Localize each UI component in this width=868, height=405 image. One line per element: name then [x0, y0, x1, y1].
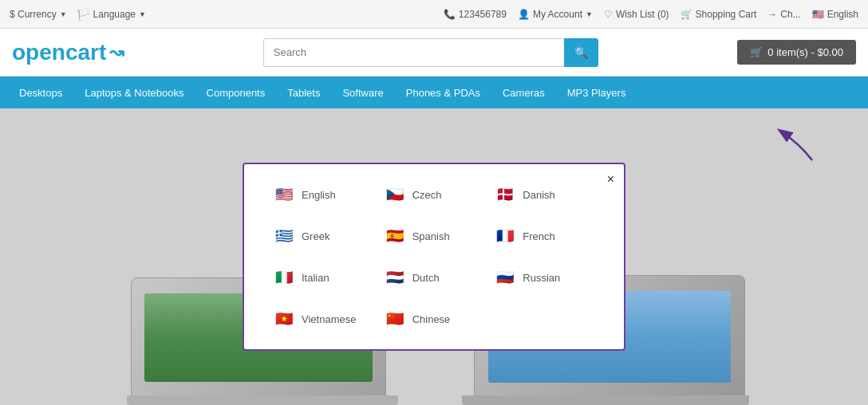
lang-grid-filler	[489, 305, 600, 333]
flag-icon: 🏳️	[77, 8, 90, 21]
annotation-arrow-icon	[756, 124, 820, 164]
header: opencart ↝ 🔍 🛒 0 item(s) - $0.00	[0, 29, 868, 77]
lang-name-english: English	[302, 189, 336, 201]
flag-danish: 🇩🇰	[494, 183, 516, 206]
checkout-label: Ch...	[780, 9, 800, 20]
logo-text: opencart	[12, 40, 106, 65]
arrow-annotation	[756, 124, 820, 167]
nav-cameras[interactable]: Cameras	[491, 77, 556, 108]
nav-tablets[interactable]: Tablets	[276, 77, 331, 108]
lang-name-spanish: Spanish	[412, 230, 450, 242]
lang-option-vietnamese[interactable]: 🇻🇳 Vietnamese	[268, 305, 379, 333]
top-bar-left: $ Currency ▼ 🏳️ Language ▼	[10, 8, 146, 21]
shopping-cart-label: Shopping Cart	[696, 9, 757, 20]
cart-button[interactable]: 🛒 0 item(s) - $0.00	[737, 40, 856, 65]
lang-name-czech: Czech	[412, 189, 442, 201]
flag-chinese: 🇨🇳	[384, 308, 406, 330]
lang-name-greek: Greek	[302, 230, 329, 242]
search-input[interactable]	[263, 38, 564, 67]
top-bar: $ Currency ▼ 🏳️ Language ▼ 📞 123456789 👤…	[0, 0, 868, 29]
wish-list-label: Wish List (0)	[616, 9, 669, 20]
lang-option-english[interactable]: 🇺🇸 English	[268, 180, 379, 209]
logo[interactable]: opencart ↝	[12, 40, 124, 65]
language-grid: 🇺🇸 English 🇨🇿 Czech 🇩🇰 Danish 🇬🇷 Greek	[268, 180, 600, 333]
current-language-label: English	[827, 9, 858, 20]
flag-greek: 🇬🇷	[273, 225, 295, 247]
flag-italian: 🇮🇹	[273, 266, 295, 289]
hero-section: × 🇺🇸 English 🇨🇿 Czech 🇩🇰 Danish 🇬🇷	[0, 108, 868, 405]
language-dropdown[interactable]: 🏳️ Language ▼	[77, 8, 146, 21]
my-account-dropdown[interactable]: 👤 My Account ▼	[518, 9, 593, 20]
modal-close-button[interactable]: ×	[607, 172, 614, 187]
phone-item: 📞 123456789	[444, 9, 507, 20]
phone-number: 123456789	[459, 9, 507, 20]
shopping-cart-item[interactable]: 🛒 Shopping Cart	[681, 9, 757, 20]
lang-option-chinese[interactable]: 🇨🇳 Chinese	[379, 305, 490, 333]
currency-label: $ Currency	[10, 9, 57, 20]
current-language-item: 🇺🇸 English	[812, 9, 858, 20]
nav-software[interactable]: Software	[331, 77, 394, 108]
currency-dropdown[interactable]: $ Currency ▼	[10, 9, 67, 20]
flag-vietnamese: 🇻🇳	[273, 308, 295, 330]
my-account-label: My Account	[533, 9, 582, 20]
language-modal: × 🇺🇸 English 🇨🇿 Czech 🇩🇰 Danish 🇬🇷	[243, 163, 625, 351]
account-icon: 👤	[518, 9, 530, 20]
language-modal-overlay: × 🇺🇸 English 🇨🇿 Czech 🇩🇰 Danish 🇬🇷	[0, 108, 868, 405]
heart-icon: ♡	[604, 9, 613, 20]
flag-spanish: 🇪🇸	[384, 225, 406, 247]
checkout-icon: →	[767, 9, 777, 20]
lang-name-vietnamese: Vietnamese	[302, 313, 356, 325]
nav-mp3[interactable]: MP3 Players	[556, 77, 637, 108]
flag-czech: 🇨🇿	[384, 183, 406, 206]
cart-icon: 🛒	[750, 46, 763, 58]
lang-option-french[interactable]: 🇫🇷 French	[489, 222, 600, 250]
lang-name-italian: Italian	[302, 272, 329, 284]
lang-option-spanish[interactable]: 🇪🇸 Spanish	[379, 222, 490, 250]
nav-desktops[interactable]: Desktops	[8, 77, 73, 108]
cart-label: 0 item(s) - $0.00	[767, 46, 843, 58]
currency-arrow-icon: ▼	[60, 10, 67, 18]
nav-phones[interactable]: Phones & PDAs	[395, 77, 491, 108]
lang-name-french: French	[523, 230, 554, 242]
top-bar-right: 📞 123456789 👤 My Account ▼ ♡ Wish List (…	[444, 9, 858, 20]
checkout-item[interactable]: → Ch...	[767, 9, 800, 20]
lang-option-italian[interactable]: 🇮🇹 Italian	[268, 263, 379, 292]
phone-icon: 📞	[444, 9, 456, 20]
lang-option-danish[interactable]: 🇩🇰 Danish	[489, 180, 600, 209]
lang-name-danish: Danish	[523, 189, 554, 201]
search-area: 🔍	[263, 38, 598, 67]
lang-option-greek[interactable]: 🇬🇷 Greek	[268, 222, 379, 250]
language-arrow-icon: ▼	[139, 10, 146, 18]
lang-name-dutch: Dutch	[412, 272, 440, 284]
us-flag-icon: 🇺🇸	[812, 9, 824, 20]
flag-french: 🇫🇷	[494, 225, 516, 247]
account-arrow-icon: ▼	[586, 10, 593, 18]
logo-cart-icon: ↝	[109, 42, 124, 63]
wish-list-item[interactable]: ♡ Wish List (0)	[604, 9, 669, 20]
flag-russian: 🇷🇺	[494, 266, 516, 289]
nav-bar: Desktops Laptops & Notebooks Components …	[0, 77, 868, 108]
lang-option-dutch[interactable]: 🇳🇱 Dutch	[379, 263, 490, 292]
language-label: Language	[93, 9, 136, 20]
lang-name-russian: Russian	[523, 272, 560, 284]
lang-name-chinese: Chinese	[412, 313, 451, 325]
lang-option-russian[interactable]: 🇷🇺 Russian	[489, 263, 600, 292]
flag-english: 🇺🇸	[273, 183, 295, 206]
search-button[interactable]: 🔍	[564, 38, 598, 67]
lang-option-czech[interactable]: 🇨🇿 Czech	[379, 180, 490, 209]
flag-dutch: 🇳🇱	[384, 266, 406, 289]
nav-laptops[interactable]: Laptops & Notebooks	[73, 77, 195, 108]
nav-components[interactable]: Components	[195, 77, 277, 108]
cart-icon-top: 🛒	[681, 9, 692, 20]
